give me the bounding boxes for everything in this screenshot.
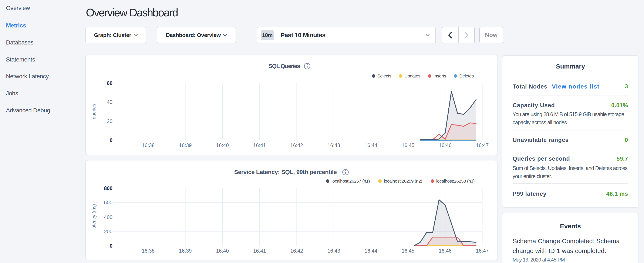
svg-text:20: 20: [107, 118, 112, 124]
svg-text:16:46: 16:46: [439, 142, 452, 148]
svg-text:16:39: 16:39: [179, 248, 192, 254]
svg-text:60: 60: [107, 80, 112, 86]
svg-text:16:47: 16:47: [476, 248, 488, 254]
svg-text:16:45: 16:45: [402, 142, 414, 148]
svg-text:16:44: 16:44: [365, 142, 378, 148]
svg-text:16:41: 16:41: [253, 248, 266, 254]
svg-text:200: 200: [104, 228, 112, 234]
svg-text:0: 0: [110, 137, 112, 143]
svg-text:16:47: 16:47: [476, 142, 488, 148]
svg-text:400: 400: [104, 214, 112, 220]
svg-text:800: 800: [104, 185, 112, 191]
svg-text:16:42: 16:42: [290, 142, 303, 148]
svg-text:16:40: 16:40: [216, 142, 229, 148]
svg-text:16:40: 16:40: [216, 248, 229, 254]
svg-text:16:38: 16:38: [142, 248, 154, 254]
svg-text:16:38: 16:38: [142, 142, 154, 148]
svg-text:0: 0: [110, 243, 112, 249]
svg-text:16:41: 16:41: [253, 142, 266, 148]
svg-text:16:44: 16:44: [365, 248, 378, 254]
svg-text:16:42: 16:42: [290, 248, 303, 254]
svg-text:16:46: 16:46: [439, 248, 452, 254]
svg-text:16:45: 16:45: [402, 248, 414, 254]
svg-text:16:43: 16:43: [328, 142, 340, 148]
svg-text:16:43: 16:43: [328, 248, 340, 254]
svg-text:40: 40: [107, 99, 112, 105]
svg-text:queries: queries: [91, 104, 96, 119]
svg-text:16:39: 16:39: [179, 142, 192, 148]
svg-text:600: 600: [104, 200, 112, 205]
svg-text:latency (ms): latency (ms): [91, 204, 96, 229]
